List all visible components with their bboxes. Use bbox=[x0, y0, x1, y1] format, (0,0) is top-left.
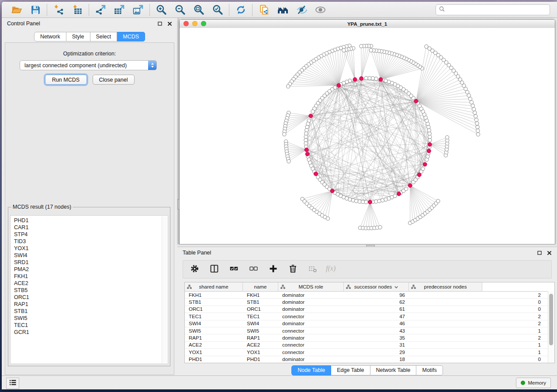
import-network-button[interactable] bbox=[53, 4, 64, 15]
table-row[interactable]: FKH1FKH1dominator962 bbox=[185, 292, 554, 299]
table-scrollbar-thumb[interactable] bbox=[549, 294, 553, 345]
tab-network[interactable]: Network bbox=[34, 32, 66, 41]
result-node-item[interactable]: GCR1 bbox=[10, 329, 168, 336]
search-input[interactable] bbox=[446, 6, 547, 13]
deselect-all-rows-button[interactable] bbox=[249, 265, 258, 274]
zoom-out-button[interactable] bbox=[174, 4, 186, 15]
table-row[interactable]: SWI5SWI5connector431 bbox=[185, 327, 554, 334]
close-panel-button[interactable]: Close panel bbox=[93, 75, 135, 85]
export-image-icon bbox=[133, 4, 144, 15]
float-table-panel-icon[interactable] bbox=[537, 250, 542, 255]
import-table-icon bbox=[72, 4, 83, 15]
column-header-shared-name[interactable]: shared name bbox=[185, 282, 243, 291]
toolbar-groups bbox=[5, 4, 332, 16]
export-network-button[interactable] bbox=[95, 4, 106, 15]
result-node-item[interactable]: STB1 bbox=[10, 308, 168, 315]
table-cell: TEC1 bbox=[185, 314, 243, 319]
zoom-fit-button[interactable] bbox=[193, 4, 204, 15]
new-network-from-selection-button[interactable] bbox=[258, 4, 270, 15]
network-canvas[interactable] bbox=[180, 28, 555, 244]
hide-selected-button[interactable] bbox=[296, 4, 307, 15]
tab-network-table[interactable]: Network Table bbox=[370, 365, 417, 375]
save-session-button[interactable] bbox=[30, 4, 41, 15]
result-node-item[interactable]: PMA2 bbox=[10, 266, 168, 273]
table-row[interactable]: TEC1TEC1connector472 bbox=[185, 313, 554, 320]
tab-select[interactable]: Select bbox=[90, 32, 118, 41]
result-node-item[interactable]: STB5 bbox=[10, 287, 168, 294]
column-header-MCDS-role[interactable]: MCDS role bbox=[278, 282, 344, 291]
show-all-button[interactable] bbox=[315, 4, 326, 15]
table-cell: 1 bbox=[409, 342, 545, 347]
show-columns-button[interactable] bbox=[209, 265, 219, 274]
table-row[interactable]: SWI4SWI4dominator462 bbox=[185, 320, 554, 327]
network-window-titlebar[interactable]: YPA_prune.txt_1 bbox=[180, 20, 555, 28]
table-row[interactable]: PHD1PHD1dominator180 bbox=[185, 356, 554, 363]
apply-preferred-layout-button[interactable] bbox=[235, 4, 246, 15]
result-node-item[interactable]: TEC1 bbox=[10, 322, 168, 329]
search-box[interactable] bbox=[436, 4, 550, 15]
create-column-button[interactable] bbox=[268, 265, 278, 274]
table-row[interactable]: RAP1RAP1dominator352 bbox=[185, 334, 554, 341]
table-row[interactable]: ORC1ORC1dominator610 bbox=[185, 306, 554, 313]
table-cell: FKH1 bbox=[243, 292, 278, 298]
table-cell: 1 bbox=[409, 328, 545, 334]
float-panel-icon[interactable] bbox=[157, 21, 163, 26]
delete-columns-button[interactable] bbox=[288, 265, 298, 274]
first-neighbors-button[interactable] bbox=[277, 4, 288, 15]
result-node-item[interactable]: FKH1 bbox=[10, 273, 168, 280]
maximize-window-icon[interactable] bbox=[201, 21, 206, 26]
optimization-criterion-select[interactable]: largest connected component (undirected) bbox=[20, 60, 157, 70]
result-node-item[interactable]: CAR1 bbox=[10, 224, 168, 231]
tab-node-table[interactable]: Node Table bbox=[291, 365, 331, 375]
result-node-item[interactable]: ACE2 bbox=[10, 280, 168, 287]
minimize-window-icon[interactable] bbox=[192, 21, 197, 26]
close-panel-icon[interactable] bbox=[167, 21, 172, 26]
result-list-scrollbar[interactable] bbox=[162, 216, 167, 363]
table-body: FKH1FKH1dominator962STB1STB1dominator620… bbox=[185, 292, 554, 363]
zoom-selected-button[interactable] bbox=[212, 4, 223, 15]
table-mode-button[interactable] bbox=[190, 265, 199, 274]
result-node-item[interactable]: RAP1 bbox=[10, 301, 168, 308]
table-cell: dominator bbox=[278, 306, 344, 312]
tab-mcds[interactable]: MCDS bbox=[117, 32, 145, 41]
toolbar-group bbox=[89, 4, 149, 15]
result-node-item[interactable]: ORC1 bbox=[10, 294, 168, 301]
table-scrollbar[interactable] bbox=[548, 291, 554, 363]
select-all-rows-button[interactable] bbox=[229, 265, 239, 274]
table-row[interactable]: STB1STB1dominator620 bbox=[185, 299, 554, 306]
column-menu-icon[interactable] bbox=[394, 284, 398, 289]
tab-edge-table[interactable]: Edge Table bbox=[331, 365, 370, 375]
task-history-button[interactable] bbox=[6, 378, 19, 389]
result-node-item[interactable]: STP4 bbox=[10, 231, 168, 238]
control-panel-title: Control Panel bbox=[7, 21, 40, 27]
open-session-button[interactable] bbox=[11, 4, 22, 15]
select-stepper-icon bbox=[148, 61, 156, 70]
tab-style[interactable]: Style bbox=[66, 32, 90, 41]
table-panel: Table Panel f(x) shared namenameMCDS rol… bbox=[177, 247, 557, 376]
column-label: name bbox=[254, 284, 267, 289]
run-mcds-button[interactable]: Run MCDS bbox=[45, 75, 87, 85]
export-table-button[interactable] bbox=[114, 4, 125, 15]
close-table-panel-icon[interactable] bbox=[547, 250, 552, 255]
table-row[interactable]: ACE2ACE2connector311 bbox=[185, 342, 554, 349]
memory-label: Memory bbox=[528, 380, 546, 385]
tab-motifs[interactable]: Motifs bbox=[416, 365, 443, 375]
export-image-button[interactable] bbox=[132, 4, 144, 15]
result-node-item[interactable]: YOX1 bbox=[10, 245, 168, 252]
window-controls bbox=[183, 21, 206, 26]
column-header-successor-nodes[interactable]: successor nodes bbox=[344, 282, 409, 291]
result-node-item[interactable]: SWI4 bbox=[10, 252, 168, 259]
memory-button[interactable]: Memory bbox=[516, 378, 551, 388]
result-node-item[interactable]: SRD1 bbox=[10, 259, 168, 266]
main-toolbar bbox=[2, 2, 557, 18]
table-row[interactable]: YOX1YOX1connector291 bbox=[185, 349, 554, 356]
import-table-button[interactable] bbox=[72, 4, 83, 15]
zoom-in-button[interactable] bbox=[156, 4, 167, 15]
close-window-icon[interactable] bbox=[183, 21, 189, 26]
result-node-item[interactable]: SWI5 bbox=[10, 315, 168, 322]
column-header-predecessor-nodes[interactable]: predecessor nodes bbox=[409, 282, 482, 291]
result-node-item[interactable]: TID3 bbox=[10, 238, 168, 245]
result-node-item[interactable]: PHD1 bbox=[10, 217, 168, 224]
toolbar-group bbox=[47, 4, 89, 15]
column-header-name[interactable]: name bbox=[243, 282, 278, 291]
